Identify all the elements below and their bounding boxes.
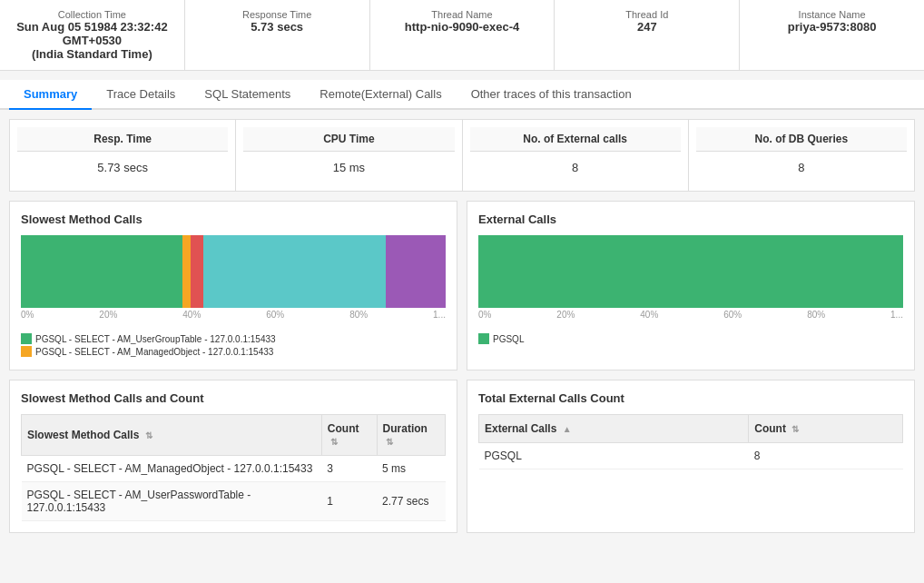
response-time-cell: Response Time 5.73 secs (185, 0, 370, 70)
external-legend-label-1: PGSQL (493, 334, 524, 344)
stat-cpu-time: CPU Time 15 ms (236, 120, 462, 191)
bar-segment (182, 235, 191, 308)
slowest-bar-container: 0% 20% 40% 60% 80% 1... (21, 235, 446, 326)
instance-name-label: Instance Name (753, 9, 910, 20)
col-method: Slowest Method Calls ⇅ (22, 415, 322, 456)
stat-db-queries: No. of DB Queries 8 (689, 120, 914, 191)
thread-id-label: Thread Id (568, 9, 725, 20)
stats-row: Resp. Time 5.73 secs CPU Time 15 ms No. … (9, 119, 915, 192)
instance-name-value: priya-9573:8080 (753, 20, 910, 34)
instance-name-cell: Instance Name priya-9573:8080 (740, 0, 924, 70)
bar-segment (203, 235, 386, 308)
stat-resp-time-header: Resp. Time (17, 127, 228, 152)
tab-other-traces[interactable]: Other traces of this transaction (457, 80, 646, 110)
slowest-chart-axis: 0% 20% 40% 60% 80% 1... (21, 310, 446, 320)
charts-row: Slowest Method Calls 0% 20% 40% 60% 80% … (9, 201, 915, 371)
thread-name-label: Thread Name (384, 9, 541, 20)
external-table-title: Total External Calls Count (478, 391, 903, 405)
collection-time-cell: Collection Time Sun Aug 05 51984 23:32:4… (0, 0, 185, 70)
external-bar-chart (478, 235, 903, 308)
col-external-calls: External Calls ▲ (479, 415, 749, 443)
external-legend-color-1 (478, 333, 489, 344)
tab-remote-calls[interactable]: Remote(External) Calls (305, 80, 456, 110)
tables-row: Slowest Method Calls and Count Slowest M… (9, 380, 915, 533)
cell-duration: 2.77 secs (377, 482, 445, 521)
col-duration: Duration ⇅ (377, 415, 445, 456)
slowest-chart-panel: Slowest Method Calls 0% 20% 40% 60% 80% … (9, 201, 457, 371)
slowest-method-table: Slowest Method Calls ⇅ Count ⇅ Duration … (21, 414, 446, 521)
thread-id-value: 247 (568, 20, 725, 34)
stat-db-queries-value: 8 (696, 152, 907, 183)
tab-sql-statements[interactable]: SQL Statements (190, 80, 305, 110)
bar-segment (478, 235, 903, 308)
thread-id-cell: Thread Id 247 (555, 0, 740, 70)
slowest-table-header-row: Slowest Method Calls ⇅ Count ⇅ Duration … (22, 415, 446, 456)
sort-icon-count: ⇅ (330, 437, 338, 447)
sort-icon-method: ⇅ (145, 430, 152, 440)
col-count: Count ⇅ (321, 415, 377, 456)
sort-icon-duration: ⇅ (386, 437, 393, 447)
collection-time-value: Sun Aug 05 51984 23:32:42 GMT+0530 (Indi… (14, 20, 171, 61)
stat-external-calls-value: 8 (470, 152, 681, 183)
thread-name-value: http-nio-9090-exec-4 (384, 20, 541, 34)
header-bar: Collection Time Sun Aug 05 51984 23:32:4… (0, 0, 924, 71)
external-legend: PGSQL (478, 333, 903, 344)
tab-bar: Summary Trace Details SQL Statements Rem… (0, 80, 924, 110)
legend-item-2: PGSQL - SELECT - AM_ManagedObject - 127.… (21, 346, 446, 357)
cell-ext-count: 8 (749, 443, 903, 469)
collection-time-label: Collection Time (14, 9, 171, 20)
external-table-header-row: External Calls ▲ Count ⇅ (479, 415, 903, 443)
table-row: PGSQL - SELECT - AM_ManagedObject - 127.… (22, 456, 446, 482)
slowest-table-panel: Slowest Method Calls and Count Slowest M… (9, 380, 457, 533)
legend-color-1 (21, 333, 32, 344)
cell-call: PGSQL (479, 443, 749, 469)
slowest-legend: PGSQL - SELECT - AM_UserGroupTable - 127… (21, 333, 446, 357)
legend-label-1: PGSQL - SELECT - AM_UserGroupTable - 127… (35, 334, 276, 344)
col-external-count: Count ⇅ (749, 415, 903, 443)
external-chart-title: External Calls (478, 212, 903, 226)
external-calls-table: External Calls ▲ Count ⇅ PGSQL 8 (478, 414, 903, 469)
bar-segment (21, 235, 182, 308)
legend-label-2: PGSQL - SELECT - AM_ManagedObject - 127.… (35, 347, 273, 357)
response-time-label: Response Time (199, 9, 356, 20)
external-table-panel: Total External Calls Count External Call… (467, 380, 915, 533)
slowest-chart-title: Slowest Method Calls (21, 212, 446, 226)
external-bar-container: 0% 20% 40% 60% 80% 1... (478, 235, 903, 326)
external-chart-panel: External Calls 0% 20% 40% 60% 80% 1... P… (467, 201, 915, 371)
stat-external-calls-header: No. of External calls (470, 127, 681, 152)
sort-icon-external: ▲ (563, 424, 572, 434)
cell-count: 3 (321, 456, 377, 482)
external-chart-axis: 0% 20% 40% 60% 80% 1... (478, 310, 903, 320)
thread-name-cell: Thread Name http-nio-9090-exec-4 (370, 0, 555, 70)
legend-color-2 (21, 346, 32, 357)
bar-segment (191, 235, 203, 308)
tab-summary[interactable]: Summary (9, 80, 92, 110)
response-time-value: 5.73 secs (199, 20, 356, 34)
stat-cpu-time-value: 15 ms (243, 152, 454, 183)
cell-method: PGSQL - SELECT - AM_ManagedObject - 127.… (22, 456, 322, 482)
cell-duration: 5 ms (377, 456, 445, 482)
slowest-table-title: Slowest Method Calls and Count (21, 391, 446, 405)
stat-resp-time: Resp. Time 5.73 secs (10, 120, 236, 191)
table-row: PGSQL - SELECT - AM_UserPasswordTable - … (22, 482, 446, 521)
legend-item-1: PGSQL - SELECT - AM_UserGroupTable - 127… (21, 333, 446, 344)
stat-external-calls: No. of External calls 8 (463, 120, 689, 191)
slowest-bar-chart (21, 235, 446, 308)
external-legend-item-1: PGSQL (478, 333, 903, 344)
stat-resp-time-value: 5.73 secs (17, 152, 228, 183)
cell-count: 1 (321, 482, 377, 521)
bar-segment (386, 235, 446, 308)
stat-cpu-time-header: CPU Time (243, 127, 454, 152)
table-row: PGSQL 8 (479, 443, 903, 469)
cell-method: PGSQL - SELECT - AM_UserPasswordTable - … (22, 482, 322, 521)
sort-icon-ext-count: ⇅ (791, 424, 799, 434)
stat-db-queries-header: No. of DB Queries (696, 127, 907, 152)
tab-trace-details[interactable]: Trace Details (92, 80, 190, 110)
